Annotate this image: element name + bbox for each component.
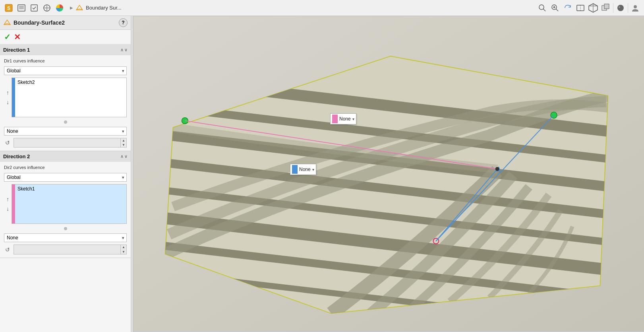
breadcrumb: ▶ Boundary Sur... xyxy=(67,4,122,12)
svg-text:S: S xyxy=(7,6,10,11)
toolbar-icon-3[interactable] xyxy=(29,2,40,14)
dir2-angle-input-wrapper: 0.00deg ▲ ▼ xyxy=(14,245,127,254)
dir1-down-button[interactable]: ↓ xyxy=(6,98,10,106)
dir2-sketch-wrapper: ↑ ↓ Sketch1 xyxy=(4,184,127,224)
svg-point-24 xyxy=(617,5,624,11)
dir1-sketch-wrapper: ↑ ↓ Sketch2 xyxy=(4,78,127,117)
center-point[interactable] xyxy=(495,167,499,171)
dir1-curves-dropdown[interactable]: Global Local None xyxy=(4,66,127,75)
svg-point-11 xyxy=(539,5,544,10)
toolbar-icon-2[interactable] xyxy=(16,2,27,14)
viewport-surface xyxy=(133,16,644,332)
direction1-body: Dir1 curves influence Global Local None … xyxy=(0,55,131,151)
dir1-sketch-list: Sketch2 xyxy=(12,78,127,117)
svg-rect-23 xyxy=(604,4,609,9)
dir1-arrows: ↑ ↓ xyxy=(4,78,12,117)
dir1-angle-down[interactable]: ▼ xyxy=(120,143,126,147)
direction1-section: Direction 1 ∧ ∨ Dir1 curves influence Gl… xyxy=(0,45,131,151)
panel-title-area: Boundary-Surface2 xyxy=(3,19,65,27)
cube-view-icon[interactable] xyxy=(600,2,611,14)
user-icon[interactable] xyxy=(630,2,641,14)
zoom-fit-icon[interactable] xyxy=(537,2,548,14)
vp-pink-dropdown-arrow[interactable]: ▾ xyxy=(352,117,354,121)
dir2-none-dropdown-wrapper: None Tangent Curvature xyxy=(4,233,127,242)
vp-pink-color-bar xyxy=(332,115,338,123)
rotate-view-icon[interactable] xyxy=(562,2,573,14)
direction1-collapse-up[interactable]: ∧ xyxy=(120,47,124,52)
vp-blue-dropdown[interactable]: None ▾ xyxy=(290,164,316,175)
dir2-down-button[interactable]: ↓ xyxy=(6,205,10,213)
dir2-arrows: ↑ ↓ xyxy=(4,184,12,224)
svg-point-25 xyxy=(619,6,620,8)
dir1-scroll-indicator xyxy=(4,120,127,124)
toolbar-icon-4[interactable] xyxy=(41,2,52,14)
svg-line-12 xyxy=(543,9,546,11)
svg-rect-2 xyxy=(18,5,25,11)
direction2-controls: ∧ ∨ xyxy=(120,154,128,159)
dir1-angle-row: ↺ 0.00deg ▲ ▼ xyxy=(4,138,127,148)
dir1-sketch-item[interactable]: Sketch2 xyxy=(15,78,126,117)
dir2-color-bar xyxy=(12,184,15,223)
direction1-collapse-down[interactable]: ∨ xyxy=(124,47,128,52)
dir2-scroll-indicator xyxy=(4,226,127,231)
dir1-curves-dropdown-wrapper: Global Local None xyxy=(4,66,127,75)
dir2-angle-spinners: ▲ ▼ xyxy=(120,245,126,254)
section-view-icon[interactable] xyxy=(575,2,586,14)
direction2-section: Direction 2 ∧ ∨ Dir2 curves influence Gl… xyxy=(0,151,131,258)
panel-feature-icon xyxy=(3,19,11,27)
cancel-button[interactable]: ✕ xyxy=(14,32,21,42)
cube-icon[interactable] xyxy=(588,2,599,14)
dir1-up-button[interactable]: ↑ xyxy=(6,89,10,97)
vp-blue-label: None xyxy=(299,167,311,172)
vp-pink-label: None xyxy=(339,116,351,122)
dir2-angle-input[interactable]: 0.00deg xyxy=(14,246,120,254)
dir1-curves-label: Dir1 curves influence xyxy=(4,58,127,63)
action-row: ✓ ✕ xyxy=(0,30,131,45)
breadcrumb-arrow: ▶ xyxy=(70,6,73,10)
breadcrumb-text: Boundary Sur... xyxy=(86,5,122,11)
dir1-angle-up[interactable]: ▲ xyxy=(120,138,126,143)
svg-rect-6 xyxy=(31,5,37,11)
direction2-title: Direction 2 xyxy=(3,153,30,159)
toolbar-icon-color[interactable] xyxy=(54,2,65,14)
zoom-in-icon[interactable] xyxy=(549,2,561,14)
vp-pink-dropdown[interactable]: None ▾ xyxy=(330,113,356,124)
confirm-button[interactable]: ✓ xyxy=(4,32,11,42)
dir2-sketch-list: Sketch1 xyxy=(12,184,127,224)
dir1-color-bar xyxy=(12,78,15,117)
panel-title: Boundary-Surface2 xyxy=(14,19,65,26)
left-panel: Boundary-Surface2 ? ✓ ✕ Direction 1 ∧ ∨ … xyxy=(0,16,131,332)
direction2-collapse-up[interactable]: ∧ xyxy=(120,154,124,159)
appearance-icon[interactable] xyxy=(615,2,626,14)
main-layout: Boundary-Surface2 ? ✓ ✕ Direction 1 ∧ ∨ … xyxy=(0,16,644,332)
dir2-curves-dropdown[interactable]: Global Local None xyxy=(4,173,127,182)
direction2-body: Dir2 curves influence Global Local None … xyxy=(0,162,131,257)
panel-header: Boundary-Surface2 ? xyxy=(0,16,131,30)
dir2-angle-icon: ↺ xyxy=(4,246,11,253)
dir2-up-button[interactable]: ↑ xyxy=(6,195,10,203)
vp-blue-dropdown-arrow[interactable]: ▾ xyxy=(312,167,314,172)
direction2-collapse-down[interactable]: ∨ xyxy=(124,154,128,159)
panel-help-button[interactable]: ? xyxy=(119,18,128,27)
dir2-sketch-item[interactable]: Sketch1 xyxy=(15,184,126,223)
3d-viewport[interactable]: None ▾ None ▾ xyxy=(133,16,644,332)
toolbar-icon-1[interactable]: S xyxy=(3,2,14,14)
dir2-scroll-dot xyxy=(64,227,67,230)
direction1-header[interactable]: Direction 1 ∧ ∨ xyxy=(0,45,131,55)
boundary-surface-icon xyxy=(75,4,83,12)
direction1-controls: ∧ ∨ xyxy=(120,47,128,52)
dir1-angle-input[interactable]: 0.00deg xyxy=(14,139,120,147)
dir2-angle-row: ↺ 0.00deg ▲ ▼ xyxy=(4,245,127,254)
dir2-none-dropdown[interactable]: None Tangent Curvature xyxy=(4,233,127,242)
dir1-scroll-dot xyxy=(64,120,67,124)
dir1-none-dropdown[interactable]: None Tangent Curvature xyxy=(4,127,127,136)
dir1-angle-icon: ↺ xyxy=(4,139,11,146)
svg-line-14 xyxy=(556,9,559,11)
dir1-angle-input-wrapper: 0.00deg ▲ ▼ xyxy=(14,138,127,148)
svg-point-26 xyxy=(634,5,637,8)
direction2-header[interactable]: Direction 2 ∧ ∨ xyxy=(0,151,131,162)
dir1-angle-spinners: ▲ ▼ xyxy=(120,138,126,147)
dir1-none-dropdown-wrapper: None Tangent Curvature xyxy=(4,127,127,136)
dir2-angle-down[interactable]: ▼ xyxy=(120,250,126,254)
dir2-angle-up[interactable]: ▲ xyxy=(120,245,126,249)
